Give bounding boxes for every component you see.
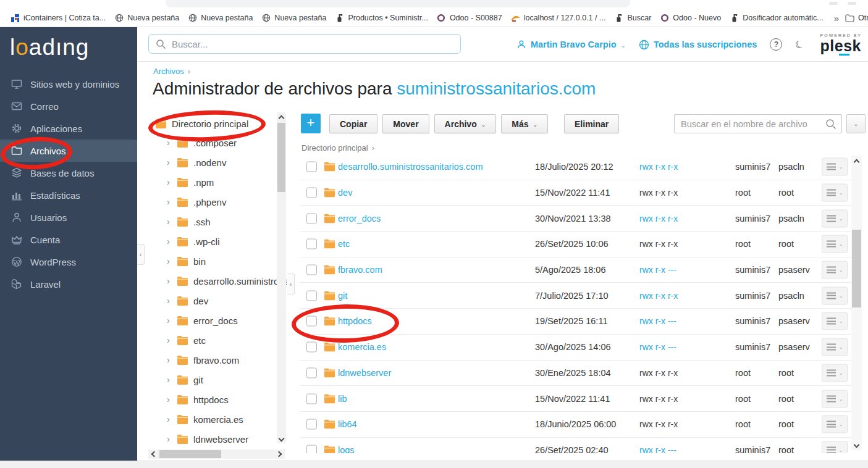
tree-item[interactable]: httpdocs [148,390,287,409]
row-checkbox[interactable] [306,290,317,301]
scrollbar-thumb[interactable] [159,450,221,458]
tree-vertical-scrollbar[interactable] [277,112,286,443]
expand-chevron-icon[interactable] [167,217,172,226]
permissions-link[interactable]: rwx r-x r-x [639,394,678,404]
sidebar-item[interactable]: Cuenta [0,228,137,251]
expand-chevron-icon[interactable] [167,435,172,443]
expand-chevron-icon[interactable] [167,316,172,325]
bookmark-item[interactable]: localhost / 127.0.0.1 / ... [507,12,610,25]
expand-chevron-icon[interactable] [167,336,172,345]
file-row[interactable]: etc 26/Set/2025 10:06 rwx r-x r-x root r… [300,232,854,257]
scrollbar-thumb[interactable] [277,123,285,192]
copy-button[interactable]: Copiar [329,114,377,133]
file-row[interactable]: git 7/Julio/2025 17:10 rwx r-x r-x sumin… [300,283,854,309]
row-checkbox[interactable] [306,162,317,172]
permissions-link[interactable]: rwx r-x r-x [639,162,678,172]
expand-chevron-icon[interactable] [167,395,172,404]
tree-item[interactable]: .composer [148,133,287,153]
permissions-link[interactable]: rwx r-x r-x [639,291,678,301]
permissions-link[interactable]: rwx r-x --- [639,265,676,275]
search-options-dropdown[interactable] [846,114,866,133]
tree-item[interactable]: .nodenv [148,153,287,172]
sidebar-item[interactable]: Sitios web y dominios [0,73,137,95]
sidebar-item[interactable]: Laravel [0,273,137,295]
user-menu[interactable]: Martin Bravo Carpio [516,40,626,49]
tree-horizontal-scrollbar[interactable] [148,449,285,459]
tree-item[interactable]: bin [148,251,287,271]
file-row[interactable]: dev 15/Nov/2022 11:41 rwx r-x r-x root r… [300,180,854,206]
expand-chevron-icon[interactable] [167,257,172,265]
add-new-button[interactable]: + [301,114,321,133]
expand-chevron-icon[interactable] [167,198,172,206]
file-row[interactable]: httpdocs 19/Set/2025 16:11 rwx r-x --- s… [300,309,854,335]
row-actions-menu-button[interactable] [822,364,848,382]
file-row[interactable]: ldnwebserver 30/Ene/2025 18:04 rwx r-x r… [300,361,854,387]
file-name-link[interactable]: lib64 [338,419,357,429]
bookmark-item[interactable]: Nueva pestaña [110,12,183,25]
row-checkbox[interactable] [306,188,317,198]
tree-item[interactable]: git [148,370,287,390]
current-path-breadcrumb[interactable]: Directorio principal [301,143,374,153]
expand-chevron-icon[interactable] [167,356,172,364]
permissions-link[interactable]: rwx r-x r-x [639,214,678,224]
sidebar-item[interactable]: Correo [0,95,137,117]
file-name-link[interactable]: ldnwebserver [338,368,391,378]
table-vertical-scrollbar[interactable] [851,156,862,450]
tree-item[interactable]: .phpenv [148,192,287,212]
row-actions-menu-button[interactable] [822,338,848,356]
permissions-link[interactable]: rwx r-x r-x [639,239,678,249]
sidebar-item[interactable]: Aplicaciones [0,117,137,140]
breadcrumb[interactable]: Archivos [153,67,190,76]
file-row[interactable]: komercia.es 30/Ago/2025 14:06 rwx r-x --… [300,335,854,361]
expand-chevron-icon[interactable] [167,138,172,147]
tree-item[interactable]: .wp-cli [148,232,287,251]
bookmark-item[interactable]: Nueva pestaña [183,12,257,25]
file-name-link[interactable]: dev [338,188,352,198]
tree-item[interactable]: ldnwebserver [148,429,287,449]
sidebar-item[interactable]: Estadísticas [0,184,137,206]
file-row[interactable]: error_docs 30/Nov/2021 13:38 rwx r-x r-x… [300,206,854,232]
bookmark-item[interactable]: Dosificador automátic... [725,12,828,25]
file-row[interactable]: lib 15/Nov/2022 11:41 rwx r-x r-x root r… [300,386,854,412]
tree-item[interactable]: .npm [148,172,287,192]
other-bookmarks-button[interactable]: Otros marcadores [845,14,868,22]
row-checkbox[interactable] [306,316,317,327]
row-checkbox[interactable] [306,342,317,353]
tree-item[interactable]: desarrollo.suministrossanitarios.com [148,271,287,291]
bookmarks-overflow-chevron-icon[interactable]: » [828,13,845,23]
row-actions-menu-button[interactable] [822,158,848,176]
row-actions-menu-button[interactable] [822,261,848,279]
permissions-link[interactable]: rwx r-x r-x [639,188,678,198]
expand-chevron-icon[interactable] [167,158,172,167]
bookmark-item[interactable]: iContainers | Cotiza ta... [6,12,110,25]
filename-search-box[interactable] [674,114,842,133]
sidebar-item[interactable]: Bases de datos [0,162,137,184]
file-name-link[interactable]: desarrollo.suministrossanitarios.com [338,162,483,172]
tree-item[interactable]: dev [148,291,287,311]
bookmark-item[interactable]: Productos • Suministr... [331,12,432,25]
row-actions-menu-button[interactable] [822,312,848,330]
expand-chevron-icon[interactable] [167,296,172,305]
file-name-link[interactable]: etc [338,239,350,249]
filename-search-input[interactable] [681,119,825,129]
more-menu-button[interactable]: Más [501,114,548,133]
permissions-link[interactable]: rwx r-x --- [639,316,676,326]
file-name-link[interactable]: git [338,291,347,301]
row-checkbox[interactable] [306,419,317,430]
file-name-link[interactable]: httpdocs [338,316,372,326]
expand-chevron-icon[interactable] [167,415,172,424]
row-checkbox[interactable] [306,393,317,404]
dark-mode-moon-icon[interactable] [793,36,807,52]
global-search-input[interactable] [172,39,437,49]
delete-button[interactable]: Eliminar [564,114,619,133]
expand-chevron-icon[interactable] [167,375,172,384]
row-checkbox[interactable] [306,213,317,224]
move-button[interactable]: Mover [382,114,429,133]
row-actions-menu-button[interactable] [822,286,848,304]
file-row[interactable]: fbravo.com 5/Ago/2025 18:06 rwx r-x --- … [300,257,854,283]
sidebar-collapse-handle[interactable] [137,244,145,265]
help-icon[interactable]: ? [770,38,782,51]
tree-root-directory[interactable]: Directorio principal [148,114,287,133]
permissions-link[interactable]: rwx r-x r-x [639,368,678,378]
sidebar-item[interactable]: Archivos [0,140,137,162]
